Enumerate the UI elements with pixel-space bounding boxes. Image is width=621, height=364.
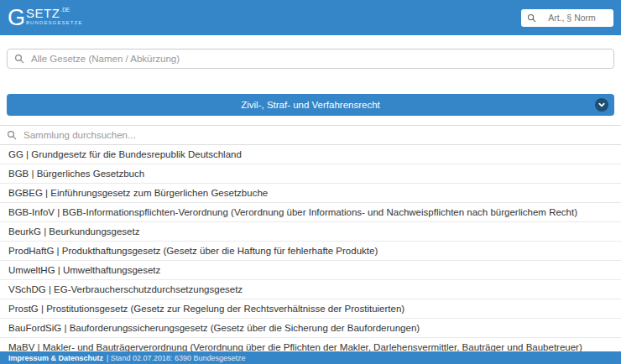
site-logo[interactable]: G SETZ .DE BUNDESGESETZE xyxy=(8,7,82,29)
law-list-item[interactable]: VSchDG | EG-Verbraucherschutzdurchsetzun… xyxy=(0,280,621,299)
chevron-down-icon xyxy=(595,98,608,112)
search-icon xyxy=(14,54,24,64)
search-icon xyxy=(527,13,536,23)
law-list-item[interactable]: BauFordSiG | Bauforderungssicherungsgese… xyxy=(0,319,621,338)
logo-tld: .DE xyxy=(60,7,70,13)
collection-search-box[interactable] xyxy=(0,125,621,145)
law-list-item[interactable]: BeurkG | Beurkundungsgesetz xyxy=(0,222,621,242)
law-list-item[interactable]: BGB | Bürgerliches Gesetzbuch xyxy=(0,164,621,184)
category-dropdown-label: Zivil-, Straf- und Verfahrensrecht xyxy=(241,100,380,110)
all-laws-search-box[interactable] xyxy=(7,49,614,69)
law-list-item[interactable]: BGBEG | Einführungsgesetz zum Bürgerlich… xyxy=(0,184,621,203)
header: G SETZ .DE BUNDESGESETZE xyxy=(0,0,621,35)
logo-tagline: BUNDESGESETZE xyxy=(26,20,82,25)
norm-search-input[interactable] xyxy=(536,12,608,23)
all-laws-search-input[interactable] xyxy=(29,53,607,65)
search-icon xyxy=(7,130,17,140)
category-dropdown-button[interactable]: Zivil-, Straf- und Verfahrensrecht xyxy=(7,94,614,116)
impressum-link[interactable]: Impressum & Datenschutz xyxy=(8,354,103,362)
logo-name: SETZ xyxy=(26,7,60,19)
law-list-item[interactable]: BGB-InfoV | BGB-Informationspflichten-Ve… xyxy=(0,203,621,222)
law-list-item[interactable]: GG | Grundgesetz für die Bundesrepublik … xyxy=(0,145,621,164)
law-list-item[interactable]: ProdHaftG | Produkthaftungsgesetz (Geset… xyxy=(0,242,621,261)
norm-search-box[interactable] xyxy=(521,9,613,27)
logo-letter: G xyxy=(8,7,25,29)
law-list-item[interactable]: UmweltHG | Umwelthaftungsgesetz xyxy=(0,261,621,280)
footer: Impressum & Datenschutz | Stand 02.07.20… xyxy=(0,351,621,364)
law-list-item[interactable]: ProstG | Prostitutionsgesetz (Gesetz zur… xyxy=(0,299,621,319)
collection-search-input[interactable] xyxy=(22,129,614,141)
footer-status-text: | Stand 02.07.2018: 6390 Bundesgesetze xyxy=(107,354,245,362)
law-list: GG | Grundgesetz für die Bundesrepublik … xyxy=(0,145,621,357)
